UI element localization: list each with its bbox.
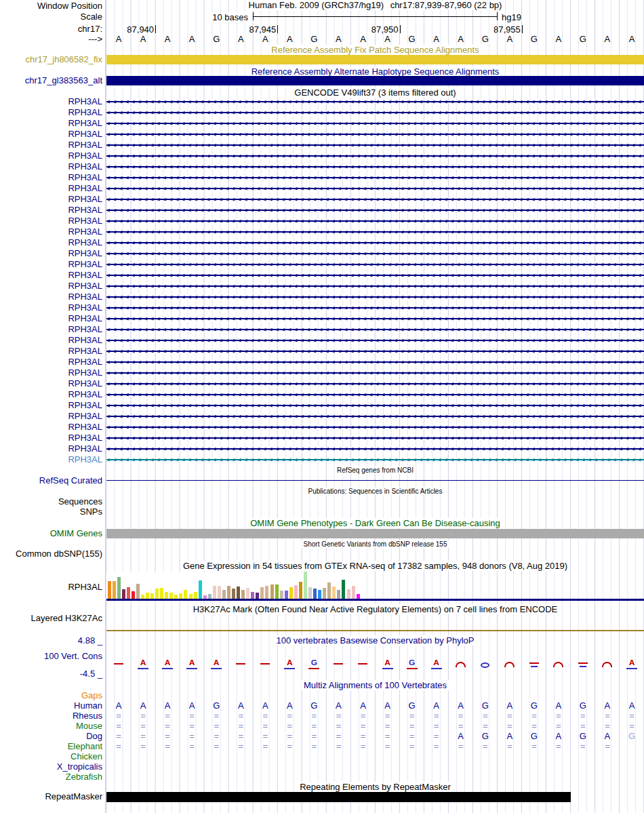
gtex-bar[interactable] — [155, 589, 159, 599]
gencode-gene-label[interactable]: RPH3AL — [0, 271, 102, 280]
gtex-bar[interactable] — [146, 593, 149, 599]
gtex-bar[interactable] — [189, 594, 193, 599]
gencode-gene-label[interactable]: RPH3AL — [0, 303, 102, 313]
multiz-row-label[interactable]: Rhesus — [0, 711, 102, 721]
gtex-bar[interactable] — [237, 587, 240, 599]
gtex-bar[interactable] — [113, 581, 116, 599]
gencode-gene-label[interactable]: RPH3AL — [0, 227, 102, 237]
gencode-gene-label[interactable]: RPH3AL — [0, 162, 102, 172]
gencode-gene-label[interactable]: RPH3AL — [0, 184, 102, 193]
publications-snps-label[interactable]: SNPs — [0, 507, 102, 517]
gencode-gene-row[interactable]: <<<<<<<<<<<<<<<<<<<<<<<<<<<<<<<<<<<<<<<<… — [106, 216, 644, 226]
gtex-bar[interactable] — [213, 586, 216, 599]
gencode-gene-row[interactable]: <<<<<<<<<<<<<<<<<<<<<<<<<<<<<<<<<<<<<<<<… — [106, 237, 644, 248]
gtex-bar[interactable] — [232, 589, 235, 599]
gencode-gene-row[interactable]: <<<<<<<<<<<<<<<<<<<<<<<<<<<<<<<<<<<<<<<<… — [106, 151, 644, 161]
gtex-bar[interactable] — [199, 580, 202, 599]
gtex-bar[interactable] — [117, 577, 121, 599]
gencode-gene-label[interactable]: RPH3AL — [0, 357, 102, 367]
gencode-gene-label[interactable]: RPH3AL — [0, 216, 102, 226]
gencode-gene-row[interactable]: <<<<<<<<<<<<<<<<<<<<<<<<<<<<<<<<<<<<<<<<… — [106, 226, 644, 237]
gencode-gene-row[interactable]: <<<<<<<<<<<<<<<<<<<<<<<<<<<<<<<<<<<<<<<<… — [106, 400, 644, 411]
gtex-bar[interactable] — [260, 587, 264, 599]
phylop-label[interactable]: 100 Vert. Cons — [0, 652, 102, 661]
gencode-gene-label[interactable]: RPH3AL — [0, 260, 102, 269]
gencode-gene-label[interactable]: RPH3AL — [0, 292, 102, 302]
gencode-gene-row[interactable]: <<<<<<<<<<<<<<<<<<<<<<<<<<<<<<<<<<<<<<<<… — [106, 433, 644, 443]
gencode-gene-row[interactable]: <<<<<<<<<<<<<<<<<<<<<<<<<<<<<<<<<<<<<<<<… — [106, 194, 644, 205]
gtex-bar[interactable] — [165, 592, 168, 599]
omim-genes-bar[interactable] — [106, 529, 644, 538]
gtex-bar[interactable] — [184, 590, 187, 599]
gtex-bar[interactable] — [352, 586, 355, 599]
gencode-gene-row[interactable]: <<<<<<<<<<<<<<<<<<<<<<<<<<<<<<<<<<<<<<<<… — [106, 281, 644, 292]
gencode-gene-row[interactable]: <<<<<<<<<<<<<<<<<<<<<<<<<<<<<<<<<<<<<<<<… — [106, 422, 644, 433]
gtex-bar[interactable] — [280, 591, 283, 599]
gencode-gene-row[interactable]: <<<<<<<<<<<<<<<<<<<<<<<<<<<<<<<<<<<<<<<<… — [106, 107, 644, 118]
gencode-gene-label[interactable]: RPH3AL — [0, 151, 102, 161]
gencode-gene-label[interactable]: RPH3AL — [0, 238, 102, 247]
gencode-gene-label[interactable]: RPH3AL — [0, 325, 102, 334]
gtex-bar[interactable] — [337, 590, 340, 599]
gtex-bar[interactable] — [179, 593, 182, 599]
gencode-gene-label[interactable]: RPH3AL — [0, 314, 102, 323]
gencode-gene-row[interactable]: <<<<<<<<<<<<<<<<<<<<<<<<<<<<<<<<<<<<<<<<… — [106, 161, 644, 172]
gtex-bar[interactable] — [313, 589, 317, 599]
gtex-bar[interactable] — [108, 581, 111, 599]
publications-sequences-label[interactable]: Sequences — [0, 497, 102, 507]
gtex-bar[interactable] — [299, 582, 302, 599]
gencode-gene-label[interactable]: RPH3AL — [0, 346, 102, 356]
gencode-gene-row[interactable]: <<<<<<<<<<<<<<<<<<<<<<<<<<<<<<<<<<<<<<<<… — [106, 259, 644, 270]
gencode-gene-row[interactable]: <<<<<<<<<<<<<<<<<<<<<<<<<<<<<<<<<<<<<<<<… — [106, 411, 644, 422]
gencode-gene-label[interactable]: RPH3AL — [0, 140, 102, 150]
gtex-bar[interactable] — [332, 587, 336, 599]
gencode-gene-row[interactable]: <<<<<<<<<<<<<<<<<<<<<<<<<<<<<<<<<<<<<<<<… — [106, 172, 644, 183]
gtex-bar[interactable] — [160, 588, 163, 599]
gencode-gene-label[interactable]: RPH3AL — [0, 195, 102, 204]
gencode-gene-row[interactable]: <<<<<<<<<<<<<<<<<<<<<<<<<<<<<<<<<<<<<<<<… — [106, 205, 644, 216]
gtex-bar[interactable] — [304, 572, 307, 599]
gtex-bar[interactable] — [169, 593, 173, 599]
gtex-bar[interactable] — [265, 586, 268, 599]
gencode-gene-label[interactable]: RPH3AL — [0, 336, 102, 345]
gencode-gene-row[interactable]: <<<<<<<<<<<<<<<<<<<<<<<<<<<<<<<<<<<<<<<<… — [106, 335, 644, 346]
repeatmasker-label[interactable]: RepeatMasker — [0, 792, 102, 801]
dbsnp-label[interactable]: Common dbSNP(155) — [0, 549, 102, 559]
repeatmasker-bar[interactable] — [106, 792, 571, 802]
gencode-gene-label[interactable]: RPH3AL — [0, 455, 102, 464]
multiz-row-label[interactable]: Human — [0, 701, 102, 711]
gencode-gene-row[interactable]: <<<<<<<<<<<<<<<<<<<<<<<<<<<<<<<<<<<<<<<<… — [106, 248, 644, 259]
gencode-gene-row[interactable]: <<<<<<<<<<<<<<<<<<<<<<<<<<<<<<<<<<<<<<<<… — [106, 140, 644, 151]
gencode-gene-label[interactable]: RPH3AL — [0, 368, 102, 378]
gencode-gene-label[interactable]: RPH3AL — [0, 281, 102, 291]
gtex-bar[interactable] — [132, 591, 135, 599]
gencode-gene-label[interactable]: RPH3AL — [0, 108, 102, 117]
gencode-gene-label[interactable]: RPH3AL — [0, 205, 102, 215]
gtex-bar[interactable] — [342, 580, 345, 599]
refseq-curated-line[interactable] — [106, 480, 644, 481]
gtex-bar[interactable] — [127, 587, 130, 599]
gtex-bar[interactable] — [227, 586, 230, 599]
gencode-gene-label[interactable]: RPH3AL — [0, 412, 102, 421]
gencode-gene-label[interactable]: RPH3AL — [0, 433, 102, 443]
gencode-gene-row[interactable]: <<<<<<<<<<<<<<<<<<<<<<<<<<<<<<<<<<<<<<<<… — [106, 346, 644, 357]
gencode-gene-label[interactable]: RPH3AL — [0, 173, 102, 182]
gencode-gene-row[interactable]: <<<<<<<<<<<<<<<<<<<<<<<<<<<<<<<<<<<<<<<<… — [106, 389, 644, 400]
alt-haplotype-label[interactable]: chr17_gl383563_alt — [0, 76, 102, 85]
gtex-bar[interactable] — [241, 590, 245, 599]
gtex-bar[interactable] — [275, 584, 279, 599]
gencode-gene-row[interactable]: <<<<<<<<<<<<<<<<<<<<<<<<<<<<<<<<<<<<<<<<… — [106, 378, 644, 389]
gencode-gene-label[interactable]: RPH3AL — [0, 130, 102, 139]
gtex-bar[interactable] — [347, 589, 350, 599]
gtex-bar[interactable] — [136, 584, 140, 599]
h3k27ac-label[interactable]: Layered H3K27Ac — [0, 614, 102, 623]
gencode-gene-row[interactable]: <<<<<<<<<<<<<<<<<<<<<<<<<<<<<<<<<<<<<<<<… — [106, 183, 644, 194]
gtex-bar[interactable] — [270, 584, 274, 599]
alt-haplotype-bar[interactable] — [106, 76, 644, 85]
gtex-bar[interactable] — [194, 592, 197, 599]
gtex-bar[interactable] — [323, 588, 326, 599]
gencode-gene-row[interactable]: <<<<<<<<<<<<<<<<<<<<<<<<<<<<<<<<<<<<<<<<… — [106, 118, 644, 129]
gencode-gene-row[interactable]: <<<<<<<<<<<<<<<<<<<<<<<<<<<<<<<<<<<<<<<<… — [106, 324, 644, 335]
gencode-gene-label[interactable]: RPH3AL — [0, 97, 102, 106]
multiz-row-label[interactable]: Gaps — [0, 691, 102, 700]
